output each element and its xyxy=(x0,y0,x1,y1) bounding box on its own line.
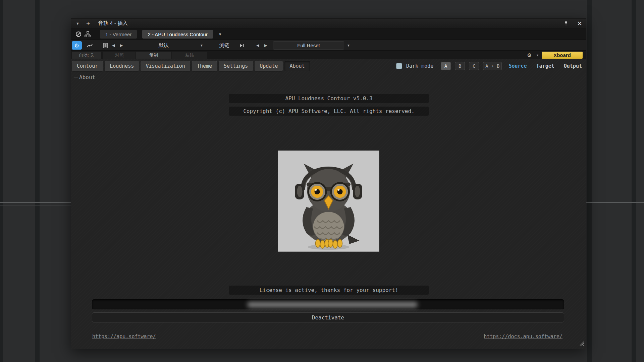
copy-button[interactable]: 复制 xyxy=(136,52,171,59)
window-menu-caret-icon[interactable]: ▼ xyxy=(76,21,79,25)
apu-software-link[interactable]: https://apu.software/ xyxy=(92,334,156,340)
dark-mode-toggle[interactable] xyxy=(396,63,402,69)
tab-loudness[interactable]: Loudness xyxy=(105,61,139,71)
plugin-window: ▼ + 音轨 4 - 插入 × xyxy=(71,18,586,349)
resize-grip-icon[interactable] xyxy=(578,340,584,347)
license-status-text: License is active, thanks for your suppo… xyxy=(229,286,429,295)
reset-prev-icon[interactable]: ◀ xyxy=(256,41,259,50)
tab-about[interactable]: About xyxy=(284,61,310,71)
preset-c-button[interactable]: C xyxy=(469,62,479,70)
power-icon xyxy=(74,43,79,48)
background-rule xyxy=(586,202,644,203)
copy-a-to-b-button[interactable]: A › B xyxy=(483,62,502,70)
routing-icon[interactable] xyxy=(83,30,93,38)
tab-update[interactable]: Update xyxy=(255,61,283,71)
settings-dropdown-icon[interactable]: ▼ xyxy=(536,52,539,59)
slot-dropdown-icon[interactable]: ▼ xyxy=(218,32,222,36)
deactivate-button[interactable]: Deactivate xyxy=(92,312,564,322)
preset-file-icon[interactable] xyxy=(102,41,109,50)
license-key-field[interactable] xyxy=(92,299,564,309)
plugin-tab-bar: Contour Loudness Visualization Theme Set… xyxy=(72,61,585,71)
tab-theme[interactable]: Theme xyxy=(192,61,217,71)
insert-slot-2[interactable]: 2 - APU Loudness Contour xyxy=(142,30,213,39)
background-stripe xyxy=(0,0,3,362)
paste-button[interactable]: 粘贴 xyxy=(172,52,207,59)
license-key-redacted xyxy=(247,302,418,307)
window-title: 音轨 4 - 插入 xyxy=(98,20,128,26)
daw-background: ▼ + 音轨 4 - 插入 × xyxy=(0,0,644,362)
background-stripe xyxy=(35,0,40,362)
output-button[interactable]: Output xyxy=(561,63,585,69)
owl-logo-image xyxy=(278,151,379,251)
sidechain-label[interactable]: 测链 xyxy=(219,41,229,50)
preset-dropdown-icon[interactable]: ▼ xyxy=(200,41,203,50)
preset-prev-icon[interactable]: ◀ xyxy=(112,41,115,50)
preset-next-icon[interactable]: ▶ xyxy=(120,41,123,50)
tab-visualization[interactable]: Visualization xyxy=(141,61,190,71)
tab-bar-right-group: Dark mode A B C A › B Source Target Outp… xyxy=(396,62,585,70)
automation-off-button[interactable]: 自动: 关 xyxy=(72,52,101,59)
background-stripe xyxy=(632,0,636,362)
background-rule xyxy=(0,202,71,203)
copyright-text: Copyright (c) APU Software, LLC. All rig… xyxy=(229,107,429,116)
window-titlebar: ▼ + 音轨 4 - 插入 × xyxy=(71,18,586,28)
preset-a-button[interactable]: A xyxy=(441,62,451,70)
sidechain-icon[interactable] xyxy=(239,41,245,50)
target-button[interactable]: Target xyxy=(534,63,557,69)
background-stripe xyxy=(587,0,592,362)
background-rule xyxy=(0,205,71,206)
full-reset-dropdown-icon[interactable]: ▼ xyxy=(347,41,350,50)
add-insert-icon[interactable]: + xyxy=(86,20,90,27)
control-row: 自动: 关 对照 复制 粘贴 ⚙ ▼ Xboard xyxy=(71,51,586,59)
tab-contour[interactable]: Contour xyxy=(72,61,103,71)
reset-next-icon[interactable]: ▶ xyxy=(264,41,267,50)
insert-slot-1[interactable]: 1 - Vermeer xyxy=(100,30,137,39)
power-button[interactable] xyxy=(72,41,82,50)
source-button[interactable]: Source xyxy=(506,63,529,69)
gear-icon[interactable]: ⚙ xyxy=(527,52,532,59)
bypass-circle-icon[interactable] xyxy=(74,30,83,38)
plugin-surface: Contour Loudness Visualization Theme Set… xyxy=(71,59,586,349)
compare-button[interactable]: 对照 xyxy=(103,52,136,59)
curve-icon xyxy=(87,43,93,48)
about-section-title: About xyxy=(79,74,95,80)
slot-bar: 1 - Vermeer 2 - APU Loudness Contour ▼ xyxy=(71,29,586,40)
tab-settings[interactable]: Settings xyxy=(219,61,253,71)
product-version-text: APU Loudness Contour v5.0.3 xyxy=(229,94,429,103)
apu-docs-link[interactable]: https://docs.apu.software/ xyxy=(484,334,562,340)
preset-b-button[interactable]: B xyxy=(455,62,465,70)
pin-icon[interactable] xyxy=(564,21,569,26)
automation-curve-button[interactable] xyxy=(85,41,95,50)
plugin-toolbar: ◀ ▶ 默认 ▼ 测链 ◀ ▶ Full Reset ▼ xyxy=(71,40,586,51)
close-icon[interactable]: × xyxy=(577,20,582,27)
dark-mode-label: Dark mode xyxy=(406,63,433,69)
preset-name[interactable]: 默认 xyxy=(130,41,197,50)
xboard-button[interactable]: Xboard xyxy=(542,52,583,59)
full-reset-combo[interactable]: Full Reset xyxy=(273,41,344,50)
